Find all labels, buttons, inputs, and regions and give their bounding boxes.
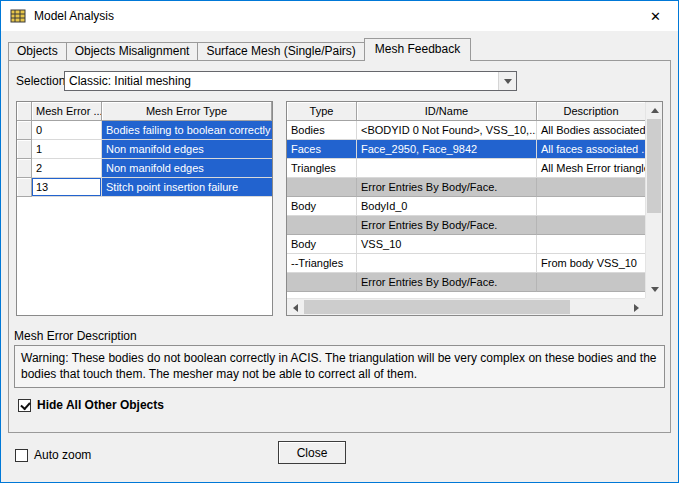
- mesh-error-row[interactable]: 0Bodies failing to boolean correctly: [17, 121, 272, 140]
- feedback-table-header: Type ID/Name Description: [287, 102, 645, 121]
- description-cell[interactable]: [537, 216, 645, 235]
- mesh-error-row[interactable]: 13Stitch point insertion failure: [17, 178, 272, 197]
- feedback-row[interactable]: BodyVSS_10: [287, 235, 645, 254]
- header-mesh-error-type[interactable]: Mesh Error Type: [102, 102, 272, 121]
- tab-objects-misalignment[interactable]: Objects Misalignment: [66, 42, 199, 60]
- type-cell[interactable]: Body: [287, 235, 357, 254]
- feedback-row[interactable]: Error Entries By Body/Face.: [287, 273, 645, 292]
- description-cell[interactable]: [537, 273, 645, 292]
- selection-dropdown[interactable]: Classic: Initial meshing: [64, 71, 517, 91]
- feedback-row[interactable]: FacesFace_2950, Face_9842All faces assoc…: [287, 140, 645, 159]
- vertical-scrollbar[interactable]: [645, 102, 662, 298]
- id-name-cell[interactable]: [357, 254, 537, 273]
- description-cell[interactable]: All Mesh Error triangle.: [537, 159, 645, 178]
- type-cell[interactable]: Faces: [287, 140, 357, 159]
- horizontal-scroll-track[interactable]: [304, 299, 628, 315]
- close-icon[interactable]: ✕: [633, 1, 678, 31]
- description-cell[interactable]: [537, 197, 645, 216]
- mesh-error-row[interactable]: 2Non manifold edges: [17, 159, 272, 178]
- checkbox-unchecked-icon[interactable]: [15, 449, 28, 462]
- scrollbar-corner: [645, 298, 662, 315]
- mesh-error-description-label: Mesh Error Description: [14, 329, 137, 343]
- header-selector-cell: [17, 102, 32, 121]
- header-mesh-error-id[interactable]: Mesh Error ...: [32, 102, 102, 121]
- type-cell[interactable]: [287, 273, 357, 292]
- feedback-row[interactable]: Error Entries By Body/Face.: [287, 178, 645, 197]
- mesh-error-type-cell[interactable]: Bodies failing to boolean correctly: [102, 121, 272, 140]
- mesh-error-id-cell[interactable]: 13: [32, 178, 102, 197]
- type-cell[interactable]: Body: [287, 197, 357, 216]
- mesh-error-row[interactable]: 1Non manifold edges: [17, 140, 272, 159]
- mesh-error-table-header: Mesh Error ... Mesh Error Type: [17, 102, 272, 121]
- close-button[interactable]: Close: [278, 441, 346, 464]
- feedback-row[interactable]: Error Entries By Body/Face.: [287, 216, 645, 235]
- mesh-error-table-body: 0Bodies failing to boolean correctly1Non…: [17, 121, 272, 197]
- row-selector-cell[interactable]: [17, 140, 32, 159]
- checkbox-checked-icon[interactable]: [18, 399, 31, 412]
- id-name-cell[interactable]: [357, 159, 537, 178]
- type-cell[interactable]: --Triangles: [287, 254, 357, 273]
- tables-area: Mesh Error ... Mesh Error Type 0Bodies f…: [16, 101, 663, 316]
- mesh-error-table: Mesh Error ... Mesh Error Type 0Bodies f…: [16, 101, 273, 316]
- bottom-bar: Auto zoom Close: [9, 433, 670, 482]
- tab-objects[interactable]: Objects: [8, 42, 67, 60]
- hide-all-other-objects-label: Hide All Other Objects: [37, 398, 164, 412]
- tab-strip: Objects Objects Misalignment Surface Mes…: [8, 38, 678, 60]
- type-cell[interactable]: Triangles: [287, 159, 357, 178]
- header-type[interactable]: Type: [287, 102, 357, 121]
- vertical-scroll-track[interactable]: [646, 119, 662, 281]
- mesh-error-id-cell[interactable]: 1: [32, 140, 102, 159]
- id-name-cell[interactable]: Error Entries By Body/Face.: [357, 216, 537, 235]
- mesh-error-type-cell[interactable]: Non manifold edges: [102, 159, 272, 178]
- window-title: Model Analysis: [34, 9, 114, 23]
- auto-zoom-label: Auto zoom: [34, 448, 91, 462]
- type-cell[interactable]: Bodies: [287, 121, 357, 140]
- id-name-cell[interactable]: Error Entries By Body/Face.: [357, 273, 537, 292]
- type-cell[interactable]: [287, 178, 357, 197]
- chevron-down-icon[interactable]: [498, 72, 516, 90]
- horizontal-scrollbar[interactable]: [287, 298, 645, 315]
- feedback-row[interactable]: Bodies<BODYID 0 Not Found>, VSS_10,...Al…: [287, 121, 645, 140]
- scroll-down-icon[interactable]: [646, 281, 663, 298]
- type-cell[interactable]: [287, 216, 357, 235]
- mesh-feedback-page: Selection: Classic: Initial meshing Mesh…: [8, 60, 671, 433]
- scroll-up-icon[interactable]: [646, 102, 663, 119]
- feedback-table-body: Bodies<BODYID 0 Not Found>, VSS_10,...Al…: [287, 121, 645, 292]
- row-selector-cell[interactable]: [17, 121, 32, 140]
- description-cell[interactable]: From body VSS_10: [537, 254, 645, 273]
- mesh-error-id-cell[interactable]: 0: [32, 121, 102, 140]
- hide-all-other-objects-checkbox[interactable]: Hide All Other Objects: [18, 398, 164, 412]
- row-selector-cell[interactable]: [17, 178, 32, 197]
- horizontal-scroll-thumb[interactable]: [304, 300, 570, 314]
- id-name-cell[interactable]: Face_2950, Face_9842: [357, 140, 537, 159]
- description-cell[interactable]: [537, 235, 645, 254]
- scroll-left-icon[interactable]: [287, 299, 304, 316]
- title-bar: Model Analysis ✕: [1, 1, 678, 31]
- scroll-right-icon[interactable]: [628, 299, 645, 316]
- feedback-row[interactable]: --TrianglesFrom body VSS_10: [287, 254, 645, 273]
- auto-zoom-checkbox[interactable]: Auto zoom: [15, 448, 91, 462]
- header-id-name[interactable]: ID/Name: [357, 102, 537, 121]
- tab-mesh-feedback[interactable]: Mesh Feedback: [364, 38, 471, 61]
- description-cell[interactable]: All faces associated ..: [537, 140, 645, 159]
- feedback-row[interactable]: TrianglesAll Mesh Error triangle.: [287, 159, 645, 178]
- row-selector-cell[interactable]: [17, 159, 32, 178]
- selection-row: Selection: Classic: Initial meshing: [16, 71, 517, 91]
- id-name-cell[interactable]: <BODYID 0 Not Found>, VSS_10,...: [357, 121, 537, 140]
- mesh-error-id-cell[interactable]: 2: [32, 159, 102, 178]
- mesh-error-type-cell[interactable]: Stitch point insertion failure: [102, 178, 272, 197]
- vertical-scroll-thumb[interactable]: [647, 119, 661, 213]
- header-description[interactable]: Description: [537, 102, 645, 121]
- mesh-error-type-cell[interactable]: Non manifold edges: [102, 140, 272, 159]
- id-name-cell[interactable]: Error Entries By Body/Face.: [357, 178, 537, 197]
- description-cell[interactable]: All Bodies associated: [537, 121, 645, 140]
- id-name-cell[interactable]: VSS_10: [357, 235, 537, 254]
- tab-surface-mesh[interactable]: Surface Mesh (Single/Pairs): [197, 42, 364, 60]
- description-cell[interactable]: [537, 178, 645, 197]
- selection-label: Selection:: [16, 74, 64, 88]
- feedback-row[interactable]: BodyBodyId_0: [287, 197, 645, 216]
- feedback-table: Type ID/Name Description Bodies<BODYID 0…: [286, 101, 663, 316]
- mesh-error-description-text: Warning: These bodies do not boolean cor…: [14, 345, 665, 388]
- selection-value: Classic: Initial meshing: [65, 74, 498, 88]
- id-name-cell[interactable]: BodyId_0: [357, 197, 537, 216]
